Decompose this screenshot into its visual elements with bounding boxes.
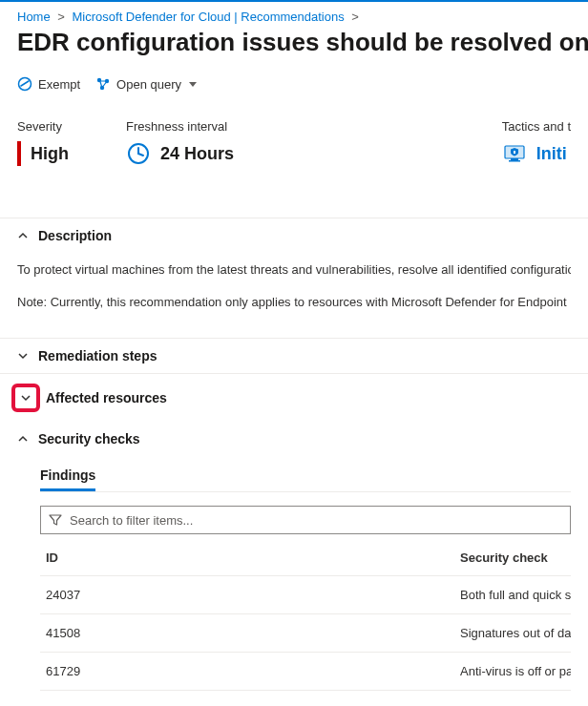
section-affected-header[interactable]: Affected resources <box>0 373 588 422</box>
severity-bar-icon <box>17 141 21 166</box>
svg-rect-8 <box>511 158 518 160</box>
svg-line-6 <box>138 154 143 156</box>
section-description-header[interactable]: Description <box>0 218 588 253</box>
open-query-label: Open query <box>116 77 181 92</box>
breadcrumb: Home > Microsoft Defender for Cloud | Re… <box>0 2 588 28</box>
findings-search[interactable] <box>40 506 571 534</box>
chevron-up-icon <box>17 433 29 445</box>
tactics-metric: Tactics and t Initi <box>502 119 571 166</box>
description-body: To protect virtual machines from the lat… <box>0 260 588 338</box>
cell-id: 41508 <box>40 626 460 640</box>
col-header-id[interactable]: ID <box>40 550 460 565</box>
findings-table: ID Security check 24037 Both full and qu… <box>40 540 571 691</box>
exempt-button[interactable]: Exempt <box>17 76 80 92</box>
severity-metric: Severity High <box>17 119 69 166</box>
breadcrumb-sep-2: > <box>351 10 359 24</box>
results-count: Showing 1 - 3 of 3 results. <box>40 691 571 706</box>
section-affected-title: Affected resources <box>46 390 167 405</box>
table-row[interactable]: 61729 Anti-virus is off or partially <box>40 653 571 691</box>
col-header-check[interactable]: Security check <box>460 550 571 565</box>
section-description-title: Description <box>38 228 112 243</box>
tactics-label: Tactics and t <box>502 119 571 134</box>
exempt-label: Exempt <box>38 77 80 92</box>
toolbar: Exempt Open query <box>0 67 588 106</box>
chevron-down-icon <box>20 392 32 404</box>
findings-panel: Findings ID Security check 24037 Both fu… <box>0 456 588 706</box>
chevron-down-icon <box>189 82 197 87</box>
chevron-down-icon <box>17 350 29 362</box>
exempt-icon <box>17 76 32 92</box>
monitor-shield-icon <box>502 141 527 166</box>
section-security-title: Security checks <box>38 431 140 446</box>
cell-id: 61729 <box>40 664 460 678</box>
freshness-label: Freshness interval <box>126 119 234 134</box>
section-security-header[interactable]: Security checks <box>0 422 588 456</box>
section-remediation-title: Remediation steps <box>38 348 157 363</box>
open-query-button[interactable]: Open query <box>95 76 197 92</box>
svg-rect-9 <box>509 160 520 162</box>
severity-label: Severity <box>17 119 69 134</box>
findings-tabbar: Findings <box>40 462 571 492</box>
tactics-value[interactable]: Initi <box>536 144 567 164</box>
clock-icon <box>126 141 151 166</box>
breadcrumb-home[interactable]: Home <box>17 10 51 24</box>
severity-value: High <box>31 144 69 164</box>
tab-findings[interactable]: Findings <box>40 462 95 491</box>
filter-icon <box>49 513 62 527</box>
breadcrumb-sep-1: > <box>57 10 65 24</box>
metrics-row: Severity High Freshness interval 24 Hour… <box>0 106 588 174</box>
freshness-metric: Freshness interval 24 Hours <box>126 119 234 166</box>
svg-rect-10 <box>514 151 515 154</box>
cell-check: Signatures out of date <box>460 626 571 640</box>
findings-table-head: ID Security check <box>40 540 571 576</box>
table-row[interactable]: 41508 Signatures out of date <box>40 614 571 653</box>
table-row[interactable]: 24037 Both full and quick scans ar <box>40 576 571 614</box>
description-p1: To protect virtual machines from the lat… <box>17 260 571 280</box>
freshness-value: 24 Hours <box>160 144 234 164</box>
cell-check: Anti-virus is off or partially <box>460 664 571 678</box>
description-p2: Note: Currently, this recommendation onl… <box>17 293 571 312</box>
affected-highlight-box <box>11 384 40 412</box>
chevron-up-icon <box>17 230 29 241</box>
page-title: EDR configuration issues should be resol… <box>0 28 588 67</box>
section-remediation-header[interactable]: Remediation steps <box>0 338 588 373</box>
query-icon <box>95 76 111 92</box>
cell-id: 24037 <box>40 588 460 602</box>
breadcrumb-defender[interactable]: Microsoft Defender for Cloud | Recommend… <box>73 10 345 24</box>
cell-check: Both full and quick scans ar <box>460 588 571 602</box>
findings-search-input[interactable] <box>68 512 562 529</box>
